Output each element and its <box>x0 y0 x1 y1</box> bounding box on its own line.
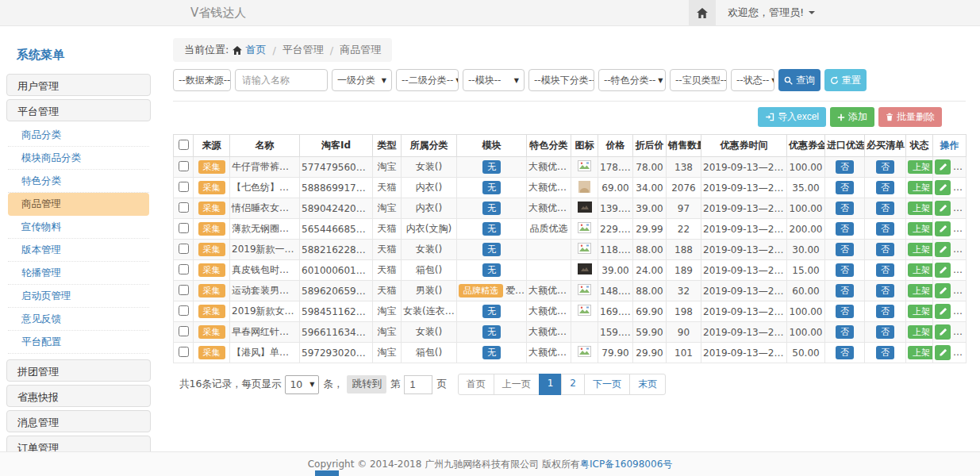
page-button-1[interactable]: 上一页 <box>494 374 540 395</box>
must-buy-toggle[interactable]: 否 <box>876 181 894 195</box>
sidebar-group-1[interactable]: 平台管理 <box>6 99 151 121</box>
imported-toggle[interactable]: 否 <box>836 284 854 298</box>
sidebar-item-9[interactable]: 平台配置 <box>8 331 149 354</box>
home-button[interactable] <box>689 0 716 25</box>
edit-button[interactable] <box>935 221 951 236</box>
status-toggle[interactable]: 上架 <box>908 202 933 216</box>
page-suffix: 页 <box>436 378 447 391</box>
imported-toggle[interactable]: 否 <box>836 263 854 278</box>
edit-button[interactable] <box>935 159 951 175</box>
row-checkbox[interactable] <box>179 244 189 254</box>
sidebar-item-2[interactable]: 特色分类 <box>8 170 149 193</box>
icp-link[interactable]: 粤ICP备16098006号 <box>580 458 672 471</box>
page-button-0[interactable]: 首页 <box>458 374 494 395</box>
must-buy-toggle[interactable]: 否 <box>876 284 894 298</box>
filter-select-data-source[interactable]: --数据来源--▼ <box>173 69 231 91</box>
edit-button[interactable] <box>935 201 951 216</box>
page-button-2[interactable]: 1 <box>539 374 563 395</box>
imported-toggle[interactable]: 否 <box>836 346 854 360</box>
page-button-4[interactable]: 下一页 <box>584 374 630 395</box>
cell-module: 无 <box>457 219 527 240</box>
must-buy-toggle[interactable]: 否 <box>876 263 894 278</box>
sidebar-item-1[interactable]: 模块商品分类 <box>8 147 149 170</box>
per-page-select[interactable]: 10 ▼ <box>285 375 319 394</box>
query-button[interactable]: 查询 <box>778 69 821 91</box>
status-toggle[interactable]: 上架 <box>908 305 933 319</box>
status-toggle[interactable]: 上架 <box>908 325 933 340</box>
edit-button[interactable] <box>935 324 951 340</box>
sidebar-item-8[interactable]: 意见反馈 <box>8 308 149 331</box>
must-buy-toggle[interactable]: 否 <box>876 160 894 175</box>
must-buy-toggle[interactable]: 否 <box>876 243 894 257</box>
filter-select-module[interactable]: --模块--▼ <box>463 69 525 91</box>
row-checkbox[interactable] <box>179 326 189 336</box>
jump-page-input[interactable] <box>404 375 432 394</box>
sidebar-item-5[interactable]: 版本管理 <box>8 239 149 262</box>
row-checkbox[interactable] <box>179 223 189 233</box>
edit-button[interactable] <box>935 304 951 319</box>
imported-toggle[interactable]: 否 <box>836 243 854 257</box>
row-checkbox[interactable] <box>179 182 189 192</box>
edit-button[interactable] <box>935 263 951 278</box>
filter-select-level1-category[interactable]: 一级分类▼ <box>332 69 392 91</box>
filter-select-item-type[interactable]: --宝贝类型--▼ <box>670 69 727 91</box>
edit-button[interactable] <box>935 242 951 257</box>
sidebar-item-7[interactable]: 启动页管理 <box>8 285 149 308</box>
page-button-5[interactable]: 末页 <box>629 374 666 395</box>
page-button-3[interactable]: 2 <box>561 374 585 395</box>
filter-select-status[interactable]: --状态--▼ <box>731 69 774 91</box>
jump-button[interactable]: 跳转到 <box>347 375 386 393</box>
edit-button[interactable] <box>935 345 951 360</box>
cell-price: 169.90 <box>598 301 633 322</box>
status-toggle[interactable]: 上架 <box>908 243 933 257</box>
row-checkbox[interactable] <box>179 161 189 171</box>
row-checkbox[interactable] <box>179 347 189 357</box>
sidebar-item-6[interactable]: 轮播管理 <box>8 262 149 285</box>
status-toggle[interactable]: 上架 <box>908 263 933 278</box>
must-buy-toggle[interactable]: 否 <box>876 202 894 216</box>
status-toggle[interactable]: 上架 <box>908 222 933 236</box>
copyright-text: Copyright © 2014-2018 广州九驰网络科技有限公司 版权所有 <box>308 458 580 471</box>
row-checkbox[interactable] <box>179 264 189 274</box>
imported-toggle[interactable]: 否 <box>836 202 854 216</box>
imported-toggle[interactable]: 否 <box>836 305 854 319</box>
cell-sales: 188 <box>667 240 701 260</box>
must-buy-toggle[interactable]: 否 <box>876 305 894 319</box>
status-toggle[interactable]: 上架 <box>908 346 933 360</box>
row-checkbox[interactable] <box>179 305 189 316</box>
filter-select-feature-category[interactable]: --特色分类--▼ <box>598 69 666 91</box>
must-buy-toggle[interactable]: 否 <box>876 346 894 360</box>
add-button[interactable]: 添加 <box>830 107 874 127</box>
breadcrumb-home-link[interactable]: 首页 <box>233 43 266 57</box>
filter-select-level2-category[interactable]: --二级分类--▼ <box>396 69 459 91</box>
status-toggle[interactable]: 上架 <box>908 160 933 175</box>
user-menu[interactable]: 欢迎您，管理员! <box>716 6 827 20</box>
sidebar-item-0[interactable]: 商品分类 <box>8 124 149 147</box>
imported-toggle[interactable]: 否 <box>836 181 854 195</box>
imported-toggle[interactable]: 否 <box>836 160 854 175</box>
row-checkbox[interactable] <box>179 285 189 295</box>
must-buy-toggle[interactable]: 否 <box>876 325 894 340</box>
name-search-input[interactable] <box>235 69 328 91</box>
sidebar-item-4[interactable]: 宣传物料 <box>8 216 149 239</box>
reset-button[interactable]: 重置 <box>824 69 867 91</box>
sidebar-group-2[interactable]: 拼团管理 <box>6 359 151 382</box>
imported-toggle[interactable]: 否 <box>836 325 854 340</box>
edit-button[interactable] <box>935 283 951 298</box>
imported-toggle[interactable]: 否 <box>836 222 854 236</box>
sidebar-group-3[interactable]: 省惠快报 <box>6 385 151 407</box>
edit-button[interactable] <box>935 180 951 195</box>
welcome-text: 欢迎您，管理员! <box>728 6 804 20</box>
sidebar-item-3[interactable]: 商品管理 <box>8 193 149 216</box>
status-toggle[interactable]: 上架 <box>908 284 933 298</box>
sidebar-group-4[interactable]: 消息管理 <box>6 410 151 432</box>
select-all-checkbox[interactable] <box>179 140 189 150</box>
row-checkbox[interactable] <box>179 202 189 213</box>
must-buy-toggle[interactable]: 否 <box>876 222 894 236</box>
sidebar-group-0[interactable]: 用户管理 <box>6 74 151 96</box>
import-excel-button[interactable]: 导入excel <box>758 107 826 127</box>
filter-select-module-subcategory[interactable]: --模块下分类--▼ <box>528 69 594 91</box>
status-toggle[interactable]: 上架 <box>908 181 933 195</box>
column-header-15: 必买清单 <box>865 135 906 157</box>
batch-delete-button[interactable]: 批量删除 <box>878 107 942 127</box>
